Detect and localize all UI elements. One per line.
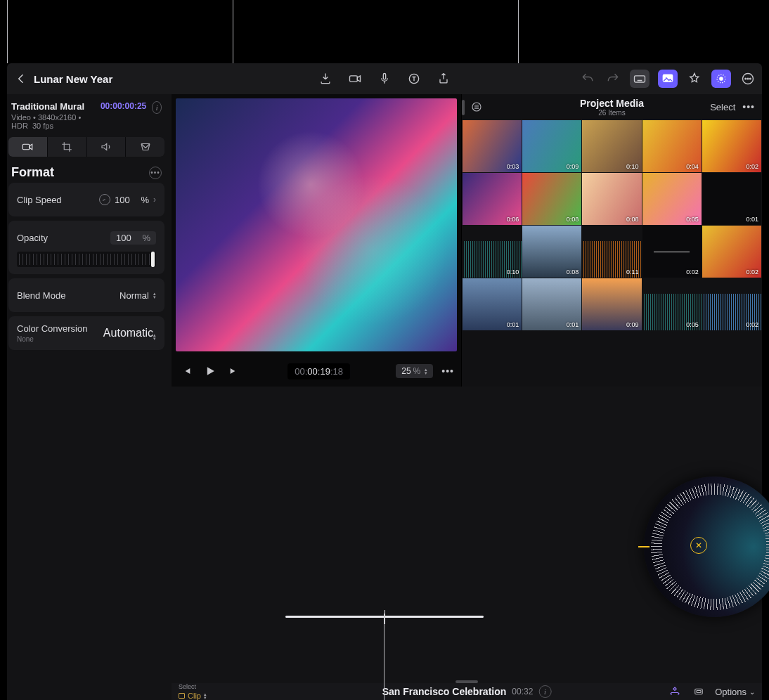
browser-grid: 0:030:090:100:040:020:060:080:080:050:01… bbox=[462, 119, 762, 387]
media-thumbnail[interactable]: 0:02 bbox=[702, 226, 761, 278]
tab-crop[interactable] bbox=[48, 137, 86, 157]
clip-speed-label: Clip Speed bbox=[17, 195, 62, 205]
zoom-control[interactable]: 25%▴▾ bbox=[396, 364, 433, 378]
undo-icon[interactable] bbox=[579, 70, 596, 87]
clip-name: Traditional Mural bbox=[11, 101, 95, 112]
media-browser: Project Media 26 Items Select ••• 0:030:… bbox=[461, 94, 762, 387]
svg-rect-14 bbox=[695, 689, 703, 694]
keyframe-tool-icon[interactable] bbox=[667, 684, 683, 699]
app-toolbar: Lunar New Year bbox=[7, 63, 762, 94]
svg-point-10 bbox=[747, 78, 749, 79]
media-thumbnail[interactable]: 0:04 bbox=[642, 120, 702, 172]
opacity-panel: Opacity 100 % bbox=[8, 221, 164, 274]
media-thumbnail[interactable]: 0:06 bbox=[463, 173, 522, 225]
tab-audio[interactable] bbox=[87, 137, 126, 157]
timeline: Select Clip▴▾ San Francisco Celebration … bbox=[172, 683, 762, 700]
camera-icon[interactable] bbox=[347, 70, 363, 87]
media-thumbnail[interactable]: 0:03 bbox=[463, 120, 522, 172]
media-thumbnail[interactable]: 0:08 bbox=[522, 173, 581, 225]
section-more-icon[interactable]: ••• bbox=[149, 167, 162, 179]
keyboard-icon[interactable] bbox=[630, 70, 650, 88]
tab-info[interactable] bbox=[126, 137, 164, 157]
inspector-tabs bbox=[8, 137, 164, 157]
media-thumbnail[interactable]: 0:08 bbox=[522, 226, 581, 278]
section-title: Format bbox=[11, 165, 54, 180]
viewer-more-icon[interactable]: ••• bbox=[441, 365, 454, 377]
titles-icon[interactable] bbox=[406, 70, 422, 87]
timeline-duration: 00:32 bbox=[512, 687, 533, 696]
browser-toggle-icon[interactable] bbox=[658, 70, 678, 88]
opacity-slider[interactable] bbox=[17, 252, 156, 267]
viewer-canvas[interactable] bbox=[176, 98, 457, 351]
import-icon[interactable] bbox=[317, 70, 334, 87]
timeline-title: San Francisco Celebration bbox=[382, 686, 507, 697]
color-conversion-row[interactable]: Color Conversion None Automatic▴▾ bbox=[8, 316, 164, 350]
media-thumbnail[interactable]: 0:10 bbox=[463, 226, 522, 278]
scrub-bar[interactable] bbox=[285, 616, 484, 618]
media-thumbnail[interactable]: 0:01 bbox=[522, 278, 581, 330]
media-thumbnail[interactable]: 0:05 bbox=[642, 173, 702, 225]
voiceover-icon[interactable] bbox=[376, 70, 393, 87]
viewer: 00:00:19:18 25%▴▾ ••• bbox=[172, 94, 461, 387]
svg-point-11 bbox=[750, 78, 751, 79]
project-title: Lunar New Year bbox=[34, 73, 112, 85]
svg-point-7 bbox=[720, 77, 723, 80]
redo-icon[interactable] bbox=[605, 70, 621, 87]
opacity-label: Opacity bbox=[17, 233, 48, 243]
viewer-controls: 00:00:19:18 25%▴▾ ••• bbox=[172, 356, 461, 387]
browser-count: 26 Items bbox=[580, 109, 644, 117]
next-clip-button[interactable] bbox=[226, 363, 242, 379]
media-thumbnail[interactable]: 0:10 bbox=[582, 120, 641, 172]
timeline-select-label: Select bbox=[179, 683, 207, 690]
browser-more-icon[interactable]: ••• bbox=[742, 101, 755, 112]
timeline-info-icon[interactable]: i bbox=[538, 685, 551, 698]
media-thumbnail[interactable]: 0:05 bbox=[642, 278, 702, 330]
effects-icon[interactable] bbox=[686, 70, 703, 87]
inspector-panel: Traditional Mural Video • 3840x2160 • HD… bbox=[7, 94, 172, 700]
media-thumbnail[interactable]: 0:01 bbox=[463, 278, 522, 330]
viewer-timecode[interactable]: 00:00:19:18 bbox=[287, 363, 350, 380]
media-thumbnail[interactable]: 0:09 bbox=[522, 120, 581, 172]
color-conv-label: Color Conversion bbox=[17, 323, 87, 334]
more-menu-icon[interactable] bbox=[739, 70, 756, 87]
share-icon[interactable] bbox=[435, 70, 452, 87]
svg-rect-0 bbox=[350, 76, 358, 82]
content: Traditional Mural Video • 3840x2160 • HD… bbox=[7, 94, 762, 700]
snap-tool-icon[interactable] bbox=[691, 684, 706, 699]
color-conv-sub: None bbox=[17, 335, 87, 343]
info-icon[interactable]: i bbox=[152, 101, 162, 114]
svg-rect-1 bbox=[383, 74, 385, 79]
clip-meta: Video • 3840x2160 • HDR 30 fps bbox=[11, 113, 95, 130]
timeline-clip-mode[interactable]: Clip▴▾ bbox=[179, 692, 207, 700]
svg-rect-3 bbox=[635, 76, 645, 82]
jog-wheel[interactable]: ✕ bbox=[644, 477, 769, 617]
tab-video[interactable] bbox=[8, 137, 47, 157]
back-button[interactable] bbox=[13, 70, 30, 87]
browser-title: Project Media bbox=[580, 98, 644, 109]
reset-speed-icon[interactable] bbox=[99, 194, 110, 205]
svg-rect-12 bbox=[23, 144, 30, 150]
media-thumbnail[interactable]: 0:02 bbox=[702, 120, 761, 172]
media-thumbnail[interactable]: 0:02 bbox=[702, 278, 761, 330]
browser-list-icon[interactable] bbox=[469, 99, 484, 115]
media-thumbnail[interactable]: 0:01 bbox=[702, 173, 761, 225]
svg-rect-15 bbox=[697, 691, 701, 693]
media-thumbnail[interactable]: 0:08 bbox=[582, 173, 641, 225]
blend-mode-label: Blend Mode bbox=[17, 290, 65, 301]
media-thumbnail[interactable]: 0:11 bbox=[582, 226, 641, 278]
clip-timecode: 00:00:00:25 bbox=[101, 101, 146, 111]
play-button[interactable] bbox=[202, 363, 218, 379]
timeline-options[interactable]: Options⌄ bbox=[715, 687, 755, 697]
svg-point-9 bbox=[745, 78, 747, 79]
jogwheel-toggle-icon[interactable] bbox=[711, 70, 731, 88]
blend-mode-row[interactable]: Blend Mode Normal▴▾ bbox=[8, 278, 164, 312]
clip-speed-row[interactable]: Clip Speed 100 % › bbox=[8, 183, 164, 216]
prev-clip-button[interactable] bbox=[179, 363, 194, 379]
browser-select-button[interactable]: Select bbox=[710, 102, 735, 112]
media-thumbnail[interactable]: 0:02 bbox=[642, 226, 702, 278]
media-thumbnail[interactable]: 0:09 bbox=[582, 278, 641, 330]
